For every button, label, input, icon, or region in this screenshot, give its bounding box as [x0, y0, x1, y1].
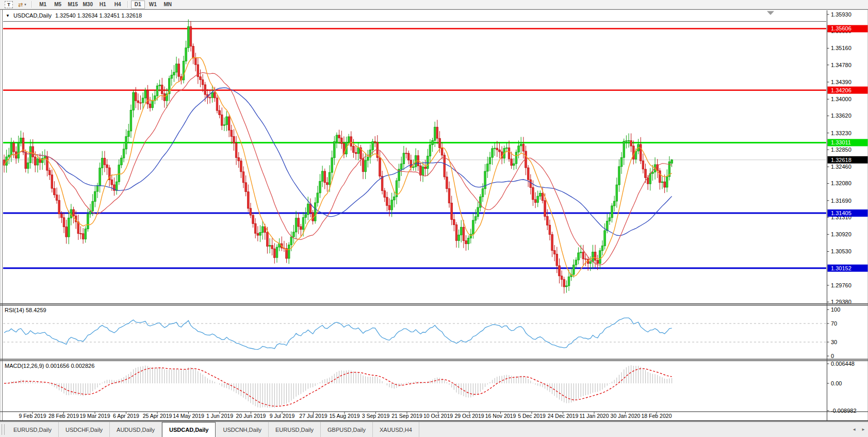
top-toolbar: T ⇄ ▾ M1M5M15M30H1H4D1W1MN [0, 0, 868, 9]
tab-eurusd-daily[interactable]: EURUSD,Daily [7, 422, 59, 437]
timeframe-button-mn[interactable]: MN [161, 1, 175, 9]
price-axis[interactable] [827, 10, 868, 304]
svg-text:100: 100 [831, 306, 840, 313]
tab-eurusd-daily[interactable]: EURUSD,Daily [269, 422, 321, 437]
candles-layer [3, 20, 673, 294]
macd-pane: 0.0064480.00-0.008982 [4, 361, 857, 414]
text-tool-button[interactable]: T [3, 1, 15, 8]
tab-usdchf-daily[interactable]: USDCHF,Daily [59, 422, 110, 437]
timeframe-button-m1[interactable]: M1 [36, 1, 50, 9]
rsi-line [4, 318, 672, 349]
tabs-holder: EURUSD,DailyUSDCHF,DailyAUDUSD,DailyUSDC… [7, 422, 419, 437]
timeframe-button-w1[interactable]: W1 [146, 1, 160, 9]
tabbar-gripper[interactable] [2, 424, 5, 435]
tab-usdcnh-daily[interactable]: USDCNH,Daily [216, 422, 269, 437]
pane-separator-macd[interactable] [0, 358, 868, 362]
tabbar-spacer [419, 422, 849, 437]
macd-signal-line [4, 368, 672, 407]
tab-xauusd-h4[interactable]: XAUUSD,H4 [373, 422, 419, 437]
chart-canvas[interactable]: 1.359301.355501.351601.347801.343901.340… [0, 0, 868, 437]
timeframe-button-m30[interactable]: M30 [81, 1, 95, 9]
time-axis[interactable] [0, 412, 827, 421]
ma-medium-line [4, 73, 672, 265]
timeframe-button-h4[interactable]: H4 [111, 1, 125, 9]
timeframe-button-m15[interactable]: M15 [66, 1, 80, 9]
pane-separators [0, 304, 868, 421]
tab-scroll-right-button[interactable]: ► [859, 422, 868, 437]
rsi-indicator-label: RSI(14) 58.4259 [5, 307, 46, 313]
chevron-down-icon: ▾ [24, 3, 26, 7]
chart-shift-marker-icon[interactable] [767, 11, 774, 15]
svg-text:0.00: 0.00 [831, 380, 842, 386]
rsi-pane: 10070300 [3, 306, 840, 359]
macd-indicator-label: MACD(12,26,9) 0.001656 0.002826 [5, 363, 94, 369]
svg-text:30: 30 [831, 339, 837, 345]
toolbar-separator [127, 1, 128, 8]
objects-icon: ⇄ [18, 2, 23, 7]
tab-gbpusd-daily[interactable]: GBPUSD,Daily [321, 422, 373, 437]
timeframe-button-m5[interactable]: M5 [51, 1, 65, 9]
chart-title-bar: ▼ USDCAD,Daily 1.32540 1.32634 1.32451 1… [6, 12, 142, 19]
timeframe-button-d1[interactable]: D1 [131, 1, 145, 9]
objects-dropdown-button[interactable]: ⇄ ▾ [16, 1, 28, 8]
toolbar-separator [31, 1, 32, 8]
chart-ohlc-quotes: 1.32540 1.32634 1.32451 1.32618 [55, 12, 142, 19]
timeframe-group: M1M5M15M30H1H4D1W1MN [36, 1, 175, 9]
tab-usdcad-daily[interactable]: USDCAD,Daily [162, 422, 216, 437]
tab-audusd-daily[interactable]: AUDUSD,Daily [110, 422, 162, 437]
macd-histogram [4, 365, 672, 408]
svg-text:-0.008982: -0.008982 [831, 408, 857, 414]
timeframe-button-h1[interactable]: H1 [96, 1, 110, 9]
text-tool-icon: T [5, 1, 13, 8]
svg-text:70: 70 [831, 320, 837, 327]
chart-symbol-period: USDCAD,Daily [13, 12, 52, 19]
tab-scroll-left-button[interactable]: ◄ [849, 422, 859, 437]
pane-separator-rsi[interactable] [0, 302, 868, 306]
chart-title-caret-icon[interactable]: ▼ [6, 13, 10, 18]
chart-tab-bar: EURUSD,DailyUSDCHF,DailyAUDUSD,DailyUSDC… [0, 422, 868, 437]
